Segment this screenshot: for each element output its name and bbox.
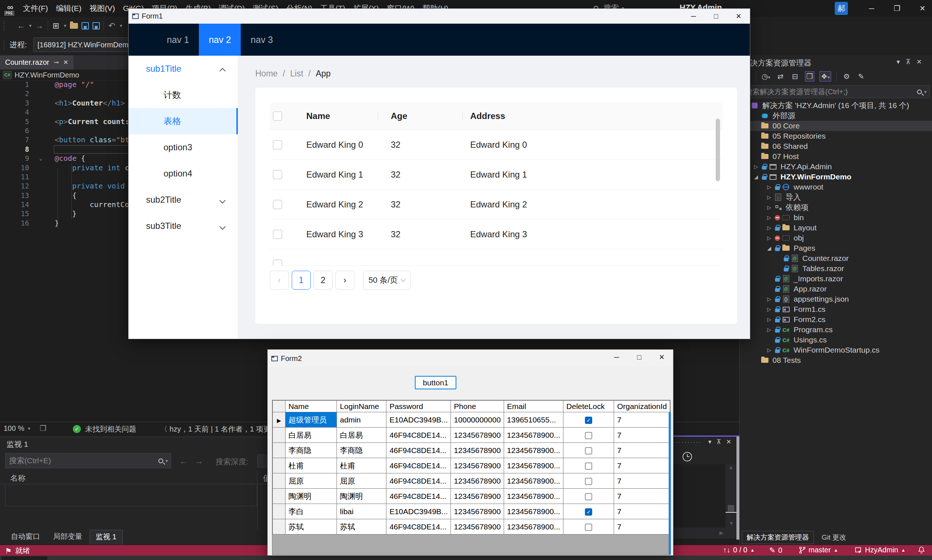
grid-cell-login[interactable]: 苏轼 [337,519,386,535]
tree-item-Program.cs[interactable]: ▷C#Program.cs [740,325,932,335]
tab-counter-razor[interactable]: Counter.razor ⊸ ✕ [0,55,74,69]
grid-cell-password[interactable]: E10ADC3949B... [386,412,451,428]
row-checkbox[interactable] [273,260,282,266]
grid-cell-phone[interactable]: 12345678900 [451,458,504,474]
grid-cell-deletelock[interactable] [563,428,614,443]
tree-chevron-icon[interactable]: ▷ [752,164,760,169]
grid-cell-email[interactable]: 12345678900... [504,443,563,458]
git-branch-status[interactable]: master ▲ [799,546,838,554]
vs-maximize-button[interactable]: ❐ [888,0,906,17]
grid-cell-deletelock[interactable] [563,458,614,474]
grid-cell-organizationid[interactable]: 7 [614,458,670,474]
tree-chevron-icon[interactable]: ▷ [765,225,773,231]
grid-cell-deletelock[interactable] [563,474,614,489]
maximize-button[interactable]: □ [705,9,727,24]
table-row[interactable]: Edward King 332Edward King 3 [270,219,722,249]
grid-col-DeleteLock[interactable]: DeleteLock [563,401,614,412]
close-button[interactable]: ✕ [650,350,673,367]
grid-col-Name[interactable]: Name [285,401,336,412]
grid-col-Email[interactable]: Email [504,401,563,412]
menu-item-编辑(E)[interactable]: 编辑(E) [52,0,86,17]
grid-cell-login[interactable]: libai [337,504,386,519]
pagination-prev-button[interactable]: ‹ [270,271,289,290]
tree-item-解决方案 'HZY.Admin' (16 个项目, 共 16 个)[interactable]: 解决方案 'HZY.Admin' (16 个项目, 共 16 个) [740,100,932,111]
nav-tab-nav-1[interactable]: nav 1 [157,24,199,56]
breadcrumb-project[interactable]: HZY.WinFormDemo [15,71,79,79]
table-row-partial[interactable] [270,249,722,266]
sidebar-item-计数[interactable]: 计数 [128,82,238,108]
grid-cell-name[interactable]: 超级管理员 [285,412,336,428]
grid-cell-deletelock[interactable] [563,489,614,504]
grid-cell-login[interactable]: 屈原 [337,474,386,489]
grid-row-header[interactable] [273,504,285,519]
avatar[interactable]: 郝 [835,2,848,15]
checkbox-unchecked[interactable] [585,463,592,470]
save-icon[interactable] [82,22,89,29]
grid-row-苏轼[interactable]: 苏轼苏轼46F94C8DE14...1234567890012345678900… [273,519,670,535]
pagination-next-button[interactable]: › [335,271,354,290]
solution-explorer-tab-0[interactable]: 解决方案资源管理器 [742,531,814,544]
grid-cell-organizationid[interactable]: 7 [614,489,670,504]
panel-controls[interactable]: ▾⊼✕ [897,58,927,66]
split-view-icon[interactable]: ❐ [40,424,46,433]
tree-chevron-icon[interactable]: ▷ [765,347,773,353]
select-all-checkbox[interactable] [273,111,282,121]
col-age[interactable]: Age [391,102,407,130]
checkbox-unchecked[interactable] [585,478,592,485]
grid-cell-phone[interactable]: 12345678900 [451,428,504,443]
watch-tab-自动窗口[interactable]: 自动窗口 [5,530,46,543]
grid-row-header[interactable] [273,443,285,458]
table-row[interactable]: Edward King 132Edward King 1 [270,160,722,189]
grid-cell-phone[interactable]: 12345678900 [451,519,504,535]
row-checkbox[interactable] [273,140,282,149]
row-checkbox[interactable] [273,229,282,239]
page-size-select[interactable]: 50 条/页 [363,271,410,290]
grid-cell-phone[interactable]: 12345678900 [451,443,504,458]
collapse-all-icon[interactable]: ⊟ [790,72,800,81]
tree-chevron-icon[interactable]: ◢ [765,245,773,251]
grid-cell-deletelock[interactable] [563,519,614,535]
tree-chevron-icon[interactable]: ▷ [765,215,773,220]
menu-item-视图(V)[interactable]: 视图(V) [86,0,119,17]
grid-cell-login[interactable]: admin [337,412,386,428]
grid-cell-login[interactable]: 李商隐 [337,443,386,458]
tree-item-Usings.cs[interactable]: C#Usings.cs [740,335,932,345]
tree-item-Tables.razor[interactable]: @Tables.razor [740,263,932,274]
tree-chevron-icon[interactable]: ◢ [752,174,760,180]
save-all-icon[interactable] [93,22,100,29]
grid-cell-phone[interactable]: 12345678900 [451,474,504,489]
grid-cell-name[interactable]: 屈原 [285,474,336,489]
tree-chevron-icon[interactable]: ▷ [765,296,773,302]
health-check-icon[interactable]: ✓ [73,425,81,433]
button1[interactable]: button1 [415,376,456,389]
git-repo-status[interactable]: HzyAdmin ▲ [855,546,906,554]
solution-explorer-search[interactable]: 搜索解决方案资源管理器(Ctrl+;) ▾ [742,85,930,98]
tree-chevron-icon[interactable]: ▷ [765,317,773,322]
grid-cell-password[interactable]: 46F94C8DE14... [386,474,451,489]
grid-row-超级管理员[interactable]: ▶超级管理员adminE10ADC3949B...100000000001396… [273,412,670,428]
navigate-forward-icon[interactable]: → [35,21,44,31]
maximize-button[interactable]: □ [628,350,650,367]
grid-cell-organizationid[interactable]: 7 [614,412,670,428]
sync-with-active-document-icon[interactable]: ❖▾ [819,71,831,82]
grid-cell-password[interactable]: 46F94C8DE14... [386,519,451,535]
vs-close-button[interactable]: ✕ [913,0,932,17]
chevron-down-icon[interactable]: ▾ [165,458,168,463]
close-button[interactable]: ✕ [727,9,750,24]
sidebar-group-sub1Title[interactable]: sub1Title [128,56,238,82]
grid-cell-organizationid[interactable]: 7 [614,474,670,489]
tree-item-00 Core[interactable]: 00 Core [740,121,932,131]
tree-item-05 Repositories[interactable]: 05 Repositories [740,131,932,141]
grid-table[interactable]: NameLoginNamePasswordPhoneEmailDeleteLoc… [272,400,670,535]
grid-cell-name[interactable]: 李商隐 [285,443,336,458]
history-clock-icon[interactable] [682,452,692,462]
grid-row-header[interactable] [273,458,285,474]
pending-changes-filter-icon[interactable]: ◷▾ [761,72,771,81]
tree-chevron-icon[interactable]: ▷ [765,205,773,210]
watch-tab-局部变量[interactable]: 局部变量 [47,530,88,543]
grid-row-白居易[interactable]: 白居易白居易46F94C8DE14...12345678900123456789… [273,428,670,443]
grid-cell-password[interactable]: 46F94C8DE14... [386,458,451,474]
tree-item-依赖项[interactable]: ▷依赖项 [740,202,932,212]
watch-nav-arrows[interactable]: ←→ [179,456,210,466]
sidebar-group-sub2Title[interactable]: sub2Title [128,187,238,213]
